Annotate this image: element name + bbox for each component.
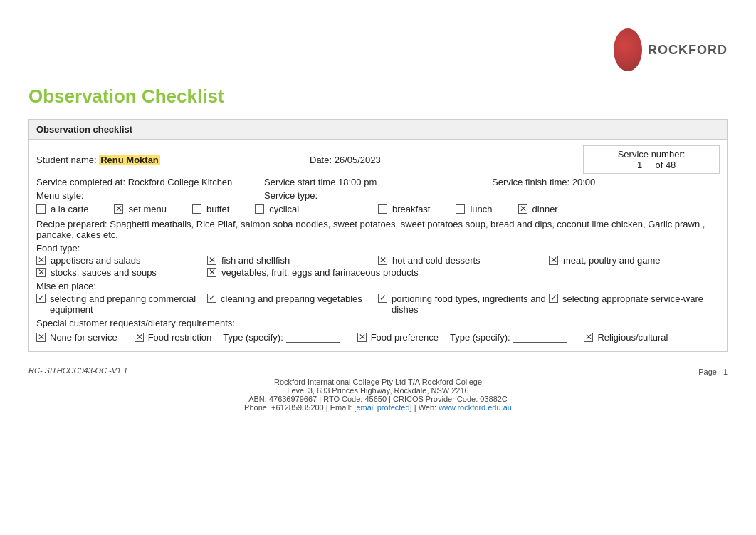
none-label: None for service	[50, 332, 117, 343]
service-completed-cell: Service completed at: Rockford College K…	[36, 177, 264, 187]
food-type-grid: appetisers and salads fish and shellfish…	[36, 255, 720, 278]
menu-option-buffet: buffet	[192, 204, 229, 214]
date-value: 26/05/2023	[335, 155, 381, 165]
special-label: Special customer requests/dietary requir…	[36, 318, 720, 328]
checklist-header: Observation checklist	[29, 120, 727, 140]
page-number: Page | 1	[698, 368, 728, 376]
service-type-label: Service type:	[264, 190, 317, 201]
service-start-value: 18:00 pm	[338, 177, 377, 187]
logo-icon	[614, 28, 642, 71]
logo-text: ROCKFORD	[648, 43, 728, 58]
buffet-checkbox[interactable]	[192, 204, 201, 214]
mise-grid: selecting and preparing commercial equip…	[36, 294, 720, 315]
special-food-preference: Food preference	[357, 332, 439, 343]
menu-service-row: Menu style: Service type:	[36, 190, 720, 201]
dinner-checkbox[interactable]	[518, 204, 527, 214]
vegetables-checkbox[interactable]	[207, 268, 216, 277]
food-meat: meat, poultry and game	[549, 255, 705, 266]
setmenu-label: set menu	[128, 204, 166, 214]
food-preference-checkbox[interactable]	[357, 333, 367, 342]
contact: Phone: +61285935200 | Email: [email prot…	[28, 403, 728, 412]
service-option-breakfast: breakfast	[378, 204, 430, 214]
menu-option-setmenu: set menu	[114, 204, 166, 214]
meat-label: meat, poultry and game	[563, 255, 661, 266]
recipe-value: Spaghetti meatballs, Rice Pilaf, salmon …	[36, 219, 705, 240]
menu-options: a la carte set menu buffet cyclical	[36, 204, 378, 214]
web-link[interactable]: www.rockford.edu.au	[439, 403, 512, 412]
portioning-label: portioning food types, ingredients and d…	[392, 294, 549, 315]
food-type-label: Food type:	[36, 243, 720, 254]
mise-portioning: portioning food types, ingredients and d…	[378, 294, 549, 315]
setmenu-checkbox[interactable]	[114, 204, 123, 214]
service-number-label: Service number:	[591, 149, 712, 160]
mise-equipment: selecting and preparing commercial equip…	[36, 294, 207, 315]
service-start-cell: Service start time 18:00 pm	[264, 177, 492, 187]
service-finish-label: Service finish time:	[492, 177, 569, 187]
food-vegetables: vegetables, fruit, eggs and farinaceous …	[207, 267, 705, 278]
food-preference-label: Food preference	[371, 332, 439, 343]
food-preference-value[interactable]	[513, 331, 567, 343]
service-completed-label: Service completed at:	[36, 177, 125, 187]
breakfast-label: breakfast	[392, 204, 430, 214]
menu-option-alacarte: a la carte	[36, 204, 88, 214]
service-type-cell: Service type:	[264, 190, 492, 201]
portioning-checkbox[interactable]	[378, 294, 387, 303]
none-checkbox[interactable]	[36, 333, 46, 342]
service-option-lunch: lunch	[456, 204, 492, 214]
fish-checkbox[interactable]	[207, 256, 216, 265]
food-desserts: hot and cold desserts	[378, 255, 535, 266]
menu-style-cell: Menu style:	[36, 190, 264, 201]
address: Level 3, 633 Princes Highway, Rockdale, …	[28, 386, 728, 395]
food-preference-specify: Type (specify):	[450, 331, 567, 343]
cleaning-checkbox[interactable]	[207, 294, 216, 303]
menu-style-label: Menu style:	[36, 190, 83, 201]
food-type-section: Food type: appetisers and salads fish an…	[36, 243, 720, 278]
footer: RC- SITHCCC043-OC -V1.1 Page | 1 Rockfor…	[28, 366, 728, 412]
fish-label: fish and shellfish	[221, 255, 290, 266]
lunch-label: lunch	[470, 204, 492, 214]
service-start-label: Service start time	[264, 177, 335, 187]
food-restriction-value[interactable]	[286, 331, 340, 343]
meat-checkbox[interactable]	[549, 256, 558, 265]
student-name-cell: Student name: Renu Moktan	[36, 155, 310, 165]
food-fish: fish and shellfish	[207, 255, 364, 266]
page-title: Observation Checklist	[28, 85, 728, 108]
service-info-row: Service completed at: Rockford College K…	[36, 177, 720, 187]
service-num-box: Service number: __1__ of 48	[583, 145, 720, 174]
food-restriction-checkbox[interactable]	[135, 333, 144, 342]
religious-checkbox[interactable]	[584, 333, 593, 342]
serviceware-label: selecting appropriate service-ware	[562, 294, 703, 304]
food-restriction-label: Food restriction	[148, 332, 212, 343]
breakfast-checkbox[interactable]	[378, 204, 387, 214]
food-appetisers: appetisers and salads	[36, 255, 193, 266]
org-name: Rockford International College Pty Ltd T…	[28, 378, 728, 386]
serviceware-checkbox[interactable]	[549, 294, 558, 303]
lunch-checkbox[interactable]	[456, 204, 465, 214]
doc-ref: RC- SITHCCC043-OC -V1.1	[28, 366, 127, 375]
service-options: breakfast lunch dinner	[378, 204, 720, 214]
dinner-label: dinner	[532, 204, 558, 214]
cyclical-checkbox[interactable]	[255, 204, 264, 214]
service-option-dinner: dinner	[518, 204, 558, 214]
vegetables-label: vegetables, fruit, eggs and farinaceous …	[221, 267, 419, 278]
special-food-restriction: Food restriction	[135, 332, 212, 343]
special-items-row: None for service Food restriction Type (…	[36, 331, 720, 343]
special-religious: Religious/cultural	[584, 332, 668, 343]
mise-serviceware: selecting appropriate service-ware	[549, 294, 720, 315]
alacarte-checkbox[interactable]	[36, 204, 46, 214]
food-restriction-specify: Type (specify):	[223, 331, 340, 343]
student-label: Student name:	[36, 155, 97, 165]
email-link[interactable]: [email protected]	[354, 403, 411, 412]
mise-label: Mise en place:	[36, 281, 720, 291]
desserts-checkbox[interactable]	[378, 256, 387, 265]
stocks-checkbox[interactable]	[36, 268, 46, 277]
appetisers-label: appetisers and salads	[51, 255, 140, 266]
special-section: Special customer requests/dietary requir…	[36, 318, 720, 343]
logo-area: ROCKFORD	[614, 21, 728, 78]
appetisers-checkbox[interactable]	[36, 256, 46, 265]
equipment-label: selecting and preparing commercial equip…	[50, 294, 207, 315]
desserts-label: hot and cold desserts	[392, 255, 481, 266]
equipment-checkbox[interactable]	[36, 294, 46, 303]
recipe-row: Recipe prepared: Spaghetti meatballs, Ri…	[36, 219, 720, 240]
student-name: Renu Moktan	[99, 155, 160, 165]
